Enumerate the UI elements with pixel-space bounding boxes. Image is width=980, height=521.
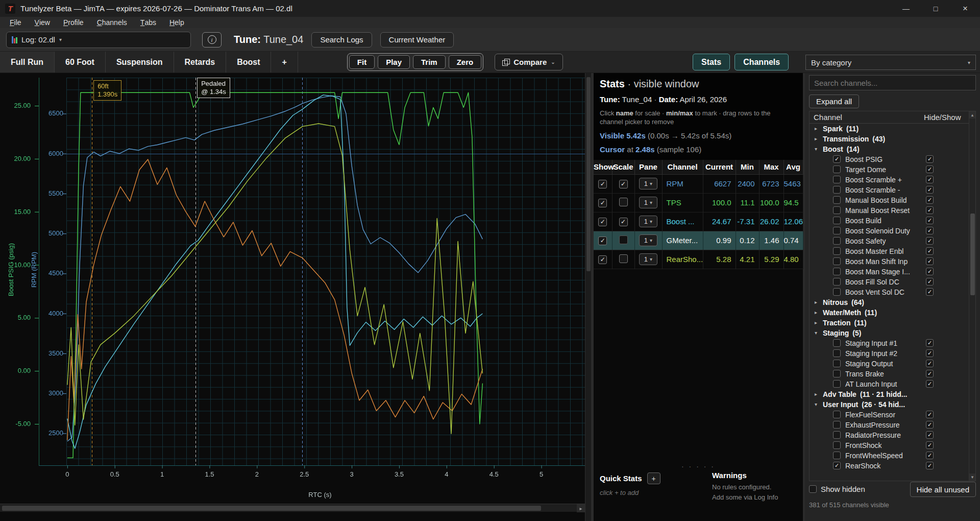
show-checkbox[interactable]: ✓ bbox=[598, 236, 607, 245]
max-cell[interactable]: 1.46 bbox=[759, 231, 783, 250]
tab-full-run[interactable]: Full Run bbox=[0, 52, 55, 73]
channel-plot-checkbox[interactable] bbox=[833, 165, 841, 173]
max-cell[interactable]: 5.29 bbox=[759, 250, 783, 269]
stats-header-pane[interactable]: Pane bbox=[634, 160, 662, 174]
channel-row-boost-solenoid-duty[interactable]: Boost Solenoid Duty✓ bbox=[810, 226, 975, 236]
stats-header-channel[interactable]: Channel bbox=[662, 160, 703, 174]
channel-visibility-checkbox[interactable]: ✓ bbox=[926, 380, 934, 388]
channel-row-staging-input-1[interactable]: Staging Input #1✓ bbox=[810, 338, 975, 348]
channel-row-boost-master-enbl[interactable]: Boost Master Enbl✓ bbox=[810, 246, 975, 256]
category-row-water-meth[interactable]: ▸Water/Meth(11) bbox=[810, 307, 975, 318]
avg-cell[interactable]: 4.80 bbox=[783, 250, 803, 269]
category-row-nitrous[interactable]: ▸Nitrous(64) bbox=[810, 297, 975, 307]
channel-visibility-checkbox[interactable]: ✓ bbox=[926, 165, 934, 173]
menubar-item-tabs[interactable]: Tabs bbox=[134, 17, 163, 28]
tab-suspension[interactable]: Suspension bbox=[106, 52, 174, 73]
channel-visibility-checkbox[interactable]: ✓ bbox=[926, 360, 934, 367]
trim-button[interactable]: Trim bbox=[413, 55, 446, 69]
channel-row-boost-scramble[interactable]: Boost Scramble +✓ bbox=[810, 175, 975, 185]
channel-plot-checkbox[interactable] bbox=[833, 247, 841, 255]
channel-name-cell[interactable]: Boost ... bbox=[662, 212, 703, 231]
channel-visibility-checkbox[interactable]: ✓ bbox=[926, 155, 934, 163]
avg-cell[interactable]: 94.5 bbox=[783, 193, 803, 212]
show-hidden-checkbox[interactable] bbox=[809, 485, 817, 493]
category-row-transmission[interactable]: ▸Transmission(43) bbox=[810, 134, 975, 144]
channel-row-boost-psig[interactable]: ✓Boost PSIG✓ bbox=[810, 154, 975, 164]
menubar-item-view[interactable]: View bbox=[28, 17, 57, 28]
scale-checkbox[interactable] bbox=[619, 235, 628, 244]
channel-plot-checkbox[interactable]: ✓ bbox=[833, 155, 841, 163]
channel-plot-checkbox[interactable] bbox=[833, 206, 841, 214]
scrollbar-thumb[interactable] bbox=[970, 214, 975, 295]
channel-row-target-dome[interactable]: Target Dome✓ bbox=[810, 164, 975, 175]
chevron-collapsed-icon[interactable]: ▸ bbox=[815, 310, 817, 315]
channel-plot-checkbox[interactable] bbox=[833, 431, 841, 439]
channel-row-boost-scramble[interactable]: Boost Scramble -✓ bbox=[810, 185, 975, 195]
channel-row-trans-brake[interactable]: Trans Brake✓ bbox=[810, 369, 975, 379]
current-cell[interactable]: 6627 bbox=[703, 174, 736, 193]
channel-row-radiatorpressure[interactable]: RadiatorPressure✓ bbox=[810, 430, 975, 440]
maximize-button[interactable]: □ bbox=[921, 0, 950, 17]
current-weather-button[interactable]: Current Weather bbox=[380, 32, 454, 48]
chevron-expanded-icon[interactable]: ▾ bbox=[815, 330, 817, 336]
avg-cell[interactable]: 12.06 bbox=[783, 212, 803, 231]
channel-plot-checkbox[interactable] bbox=[833, 217, 841, 224]
category-row-adv-table[interactable]: ▸Adv Table(11 · 21 hidd... bbox=[810, 389, 975, 399]
channel-visibility-checkbox[interactable]: ✓ bbox=[926, 176, 934, 183]
chevron-collapsed-icon[interactable]: ▸ bbox=[815, 136, 817, 141]
channel-plot-checkbox[interactable] bbox=[833, 268, 841, 275]
search-channels-input[interactable] bbox=[809, 75, 976, 90]
fit-button[interactable]: Fit bbox=[349, 55, 375, 69]
log-selector[interactable]: Log: 02.dl ▾ bbox=[6, 32, 191, 48]
channel-plot-checkbox[interactable] bbox=[833, 257, 841, 265]
channel-visibility-checkbox[interactable]: ✓ bbox=[926, 370, 934, 377]
current-cell[interactable]: 24.67 bbox=[703, 212, 736, 231]
channel-row-boost-man-stage-i[interactable]: Boost Man Stage I...✓ bbox=[810, 267, 975, 277]
channel-visibility-checkbox[interactable]: ✓ bbox=[926, 227, 934, 234]
menubar-item-file[interactable]: File bbox=[3, 17, 28, 28]
pane-select[interactable]: 1▾ bbox=[639, 178, 657, 190]
stats-row-gmeter[interactable]: ✓1▾GMeter...0.990.121.460.74 bbox=[594, 231, 803, 250]
channel-visibility-checkbox[interactable]: ✓ bbox=[926, 462, 934, 469]
scale-checkbox[interactable]: ✓ bbox=[619, 180, 628, 188]
channel-visibility-checkbox[interactable]: ✓ bbox=[926, 431, 934, 439]
scroll-down-icon[interactable]: ▾ bbox=[969, 473, 975, 481]
channel-name-cell[interactable]: RPM bbox=[662, 174, 703, 193]
channel-plot-checkbox[interactable]: ✓ bbox=[833, 462, 841, 469]
channel-name-cell[interactable]: GMeter... bbox=[662, 231, 703, 250]
show-checkbox[interactable]: ✓ bbox=[598, 180, 607, 188]
channel-plot-checkbox[interactable] bbox=[833, 278, 841, 286]
channel-plot-checkbox[interactable] bbox=[833, 339, 841, 347]
channel-visibility-checkbox[interactable]: ✓ bbox=[926, 339, 934, 347]
min-cell[interactable]: 2400 bbox=[736, 174, 759, 193]
menubar-item-help[interactable]: Help bbox=[163, 17, 191, 28]
channel-plot-checkbox[interactable] bbox=[833, 411, 841, 418]
channel-plot-checkbox[interactable] bbox=[833, 237, 841, 245]
channel-row-staging-output[interactable]: Staging Output✓ bbox=[810, 359, 975, 369]
channel-visibility-checkbox[interactable]: ✓ bbox=[926, 288, 934, 296]
channel-plot-checkbox[interactable] bbox=[833, 186, 841, 194]
channel-row-rearshock[interactable]: ✓RearShock✓ bbox=[810, 461, 975, 471]
current-cell[interactable]: 0.99 bbox=[703, 231, 736, 250]
avg-cell[interactable]: 0.74 bbox=[783, 231, 803, 250]
show-checkbox[interactable]: ✓ bbox=[598, 218, 607, 226]
channel-visibility-checkbox[interactable]: ✓ bbox=[926, 247, 934, 255]
stats-row-rpm[interactable]: ✓✓1▾RPM6627240067235463 bbox=[594, 174, 803, 193]
channel-visibility-checkbox[interactable]: ✓ bbox=[926, 196, 934, 204]
channel-visibility-checkbox[interactable]: ✓ bbox=[926, 441, 934, 449]
channel-visibility-checkbox[interactable]: ✓ bbox=[926, 411, 934, 418]
add-tab-button[interactable]: + bbox=[271, 52, 298, 73]
channel-plot-checkbox[interactable] bbox=[833, 176, 841, 183]
channel-plot-checkbox[interactable] bbox=[833, 227, 841, 234]
channel-row-manual-boost-reset[interactable]: Manual Boost Reset✓ bbox=[810, 205, 975, 216]
channel-visibility-checkbox[interactable]: ✓ bbox=[926, 186, 934, 194]
show-checkbox[interactable]: ✓ bbox=[598, 199, 607, 207]
max-cell[interactable]: 100.0 bbox=[759, 193, 783, 212]
channel-plot-checkbox[interactable] bbox=[833, 380, 841, 388]
min-cell[interactable]: 0.12 bbox=[736, 231, 759, 250]
pane-select[interactable]: 1▾ bbox=[639, 216, 657, 227]
channel-visibility-checkbox[interactable]: ✓ bbox=[926, 421, 934, 429]
channel-plot-checkbox[interactable] bbox=[833, 288, 841, 296]
scroll-up-icon[interactable]: ▴ bbox=[969, 111, 975, 119]
channel-name-cell[interactable]: RearSho... bbox=[662, 250, 703, 269]
